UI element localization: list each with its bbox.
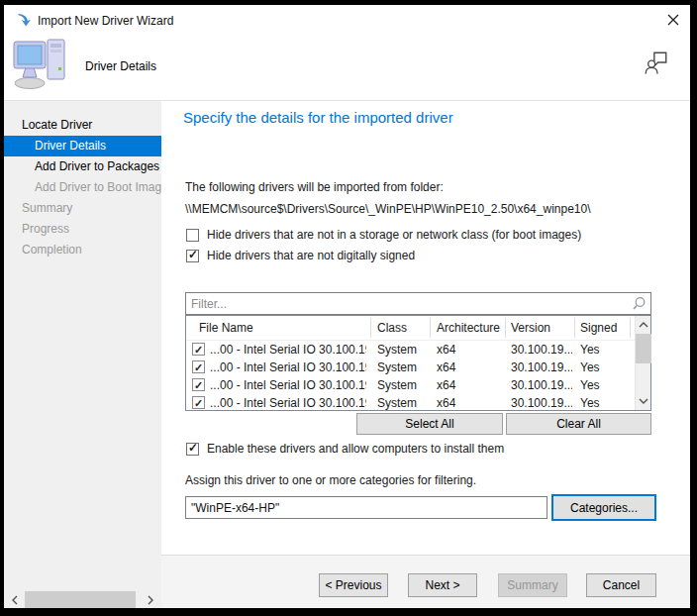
next-button[interactable]: Next > — [408, 573, 477, 597]
driver-table: File Name Class Architecture Version Sig… — [185, 315, 651, 411]
table-row[interactable]: ...00 - Intel Serial IO 30.100.19... Sys… — [186, 359, 635, 376]
cell-signed: Yes — [580, 359, 632, 376]
hide-unsigned-checkbox[interactable] — [186, 250, 199, 262]
cell-architecture: x64 — [437, 341, 506, 359]
cell-class: System — [377, 359, 433, 376]
enable-drivers-checkbox[interactable] — [186, 443, 199, 456]
page-title: Driver Details — [85, 59, 156, 73]
cell-version: 30.100.19... — [511, 394, 572, 410]
previous-button[interactable]: < Previous — [319, 573, 388, 597]
cell-architecture: x64 — [437, 376, 506, 394]
assign-category-label: Assign this driver to one or more catego… — [185, 473, 476, 487]
search-icon — [632, 296, 647, 311]
filter-field-wrap — [185, 292, 651, 315]
sidebar-item-driver-details[interactable]: Driver Details — [4, 136, 161, 156]
column-separator — [430, 318, 431, 338]
enable-drivers-checkbox-label[interactable]: Enable these drivers and allow computers… — [207, 442, 504, 456]
driver-table-body: File Name Class Architecture Version Sig… — [186, 316, 635, 410]
cell-file-name: ...00 - Intel Serial IO 30.100.19... — [210, 394, 366, 410]
summary-button: Summary — [498, 573, 567, 597]
wizard-nav-sidebar: Locate Driver Driver Details Add Driver … — [4, 101, 161, 608]
sidebar-horizontal-scrollbar[interactable] — [4, 591, 161, 608]
cell-signed: Yes — [580, 341, 632, 359]
categories-button[interactable]: Categories... — [551, 494, 656, 521]
col-header-class[interactable]: Class — [377, 316, 433, 340]
cell-architecture: x64 — [437, 394, 506, 410]
cell-file-name: ...00 - Intel Serial IO 30.100.19... — [210, 359, 366, 376]
cell-version: 30.100.19... — [511, 376, 572, 394]
hide-storage-checkbox[interactable] — [186, 229, 199, 242]
scrollbar-thumb[interactable] — [25, 591, 136, 608]
sidebar-item-add-driver-to-boot-image: Add Driver to Boot Image — [4, 177, 161, 198]
filter-input[interactable] — [185, 292, 651, 315]
folder-label: The following drivers will be imported f… — [185, 180, 444, 194]
col-header-signed[interactable]: Signed — [580, 316, 632, 340]
column-separator — [505, 318, 506, 338]
cell-version: 30.100.19... — [511, 341, 572, 359]
col-header-version[interactable]: Version — [511, 316, 572, 340]
column-separator — [574, 318, 575, 338]
feedback-person-icon[interactable] — [644, 50, 669, 75]
hide-storage-checkbox-label[interactable]: Hide drivers that are not in a storage o… — [207, 228, 581, 242]
close-icon[interactable] — [665, 12, 681, 28]
sidebar-item-summary: Summary — [4, 198, 161, 219]
table-row[interactable]: ...00 - Intel Serial IO 30.100.19... Sys… — [186, 394, 635, 410]
cell-class: System — [377, 394, 433, 410]
table-row[interactable]: ...00 - Intel Serial IO 30.100.19... Sys… — [186, 341, 635, 359]
cell-file-name: ...00 - Intel Serial IO 30.100.19... — [210, 341, 366, 359]
cell-class: System — [377, 376, 433, 394]
scroll-left-icon[interactable] — [10, 595, 20, 605]
sidebar-item-add-driver-to-packages[interactable]: Add Driver to Packages — [4, 156, 161, 177]
hide-unsigned-checkbox-label[interactable]: Hide drivers that are not digitally sign… — [207, 249, 415, 262]
cell-signed: Yes — [580, 376, 632, 394]
scroll-up-icon[interactable] — [639, 321, 648, 329]
column-separator — [370, 318, 371, 338]
col-header-file-name[interactable]: File Name — [199, 316, 365, 340]
scroll-right-icon[interactable] — [146, 595, 155, 605]
sidebar-item-progress: Progress — [4, 219, 161, 240]
sidebar-item-completion: Completion — [4, 240, 161, 260]
column-separator — [630, 318, 631, 338]
cancel-button[interactable]: Cancel — [586, 573, 656, 597]
scroll-down-icon[interactable] — [639, 397, 648, 405]
cell-class: System — [377, 341, 433, 359]
sidebar-item-locate-driver[interactable]: Locate Driver — [4, 115, 161, 136]
row-checkbox[interactable] — [192, 360, 205, 373]
cell-signed: Yes — [580, 394, 632, 410]
row-checkbox[interactable] — [192, 343, 205, 356]
row-checkbox[interactable] — [192, 378, 205, 391]
select-all-button[interactable]: Select All — [356, 413, 503, 435]
table-row[interactable]: ...00 - Intel Serial IO 30.100.19... Sys… — [186, 376, 635, 394]
col-header-architecture[interactable]: Architecture — [437, 316, 506, 340]
cell-architecture: x64 — [437, 359, 506, 376]
wizard-window: Import New Driver Wizard Driver Details … — [0, 0, 697, 616]
window-title: Import New Driver Wizard — [38, 14, 173, 28]
page-heading: Specify the details for the imported dri… — [183, 109, 453, 126]
scrollbar-thumb[interactable] — [636, 334, 651, 363]
wizard-arrow-icon — [16, 12, 32, 28]
table-vertical-scrollbar[interactable] — [635, 316, 650, 410]
computer-icon — [12, 36, 69, 91]
clear-all-button[interactable]: Clear All — [506, 413, 651, 435]
category-input[interactable] — [185, 496, 548, 519]
row-checkbox[interactable] — [192, 396, 205, 409]
cell-file-name: ...00 - Intel Serial IO 30.100.19... — [210, 376, 366, 394]
cell-version: 30.100.19... — [511, 359, 572, 376]
driver-table-header: File Name Class Architecture Version Sig… — [186, 316, 635, 340]
folder-path: \\MEMCM\source$\Drivers\Source\_WinPE\HP… — [185, 202, 591, 216]
